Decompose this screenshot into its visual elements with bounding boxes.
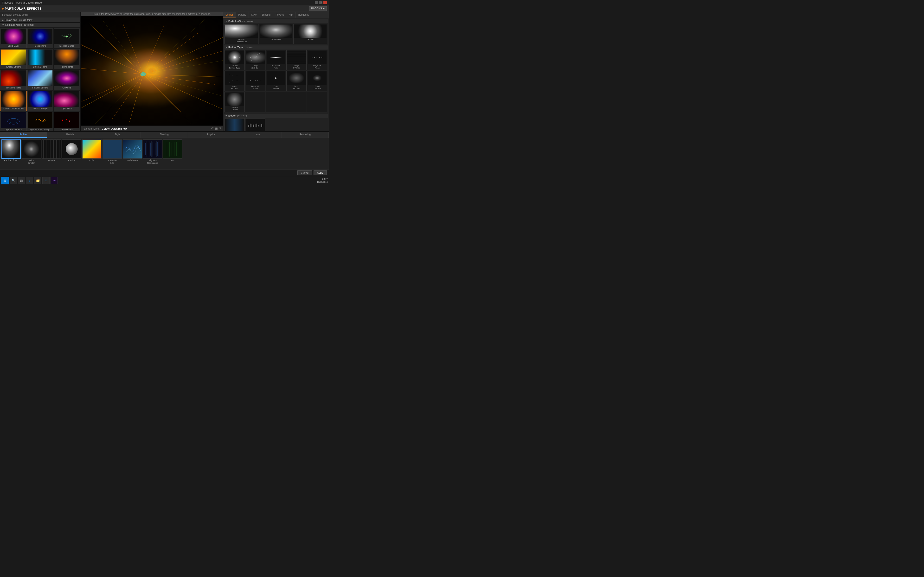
preset-motion-1-thumb <box>225 119 244 131</box>
effect-falling-lights[interactable]: Falling lights <box>54 49 80 69</box>
taskbar-explorer[interactable]: 📁 <box>34 177 41 184</box>
preview-canvas[interactable] <box>81 16 223 126</box>
effect-light-blobs-label: Light Blobs <box>61 107 73 110</box>
bottom-tabs[interactable]: Emitter Particle Style Shading Physics A… <box>0 132 329 138</box>
light-magic-section[interactable]: ▼ Light and Magic (30 items) <box>0 23 80 27</box>
preset-horiz-axis[interactable]: HorizontalAxis <box>266 50 286 70</box>
effect-light-streaks-blue[interactable]: Light Streaks Blue <box>0 111 27 131</box>
bottom-preset-slight-air[interactable]: Slight AirResistance <box>143 139 162 165</box>
bottom-preset-color[interactable]: Color <box>82 139 102 162</box>
bottom-tab-emitter[interactable]: Emitter <box>0 132 47 138</box>
bottom-tab-particle[interactable]: Particle <box>47 132 94 138</box>
preset-motion-2[interactable]: Streaks <box>245 118 265 131</box>
bottom-preset-aux[interactable]: Aux <box>163 139 183 162</box>
particles-sec-header[interactable]: ▼ Particles/Sec (3 items) <box>224 19 328 23</box>
preset-point-emitter[interactable]: PointEmitter <box>266 71 286 91</box>
emitter-type-header[interactable]: ▼ Emitter Type (11 items) <box>224 45 328 50</box>
effect-light-streaks-orange[interactable]: light Streaks Orange <box>27 111 53 131</box>
preset-continuous[interactable]: Continuous <box>259 24 293 44</box>
preset-explode[interactable]: Explode <box>293 24 327 44</box>
effect-electric-orb[interactable]: Electric Orb <box>27 28 53 48</box>
preview-reset-button[interactable]: ↺ <box>211 127 214 130</box>
blocks-button[interactable]: BLOCKS ▶ <box>309 6 327 11</box>
svg-line-29 <box>143 74 191 124</box>
preview-controls[interactable]: ↺ ⊞ ? <box>211 127 221 130</box>
effect-inverse-energy[interactable]: Inverse Energy <box>27 91 53 111</box>
taskbar-clock: 22:37 16/09/2016 <box>317 177 328 184</box>
close-button[interactable]: ✕ <box>323 1 327 4</box>
start-button[interactable]: ⊞ <box>1 177 9 184</box>
preview-screenshot-button[interactable]: ⊞ <box>215 127 218 130</box>
effects-list[interactable]: ▶ Smoke and Fire (33 items) ▼ Light and … <box>0 18 80 131</box>
cancel-button[interactable]: Cancel <box>297 171 312 175</box>
taskbar-search[interactable]: 🔍 <box>10 177 17 184</box>
effect-light-blobs[interactable]: Light Blobs <box>54 91 80 111</box>
right-tab-shading[interactable]: Shading <box>259 12 273 18</box>
bottom-presets[interactable]: Particles / Sec PointEmitter Motion Part… <box>0 138 329 169</box>
effect-energy-stream[interactable]: Energy Stream <box>0 49 27 69</box>
taskbar-edge[interactable]: e <box>26 177 33 184</box>
preset-explode-thumb <box>294 24 326 38</box>
effect-basic-magic[interactable]: Basic Magic <box>0 28 27 48</box>
preset-continuous-label: Continuous <box>270 38 281 41</box>
preset-large-xz-plane[interactable]: Large XZPlane <box>245 71 265 91</box>
minimize-button[interactable]: ─ <box>315 1 318 4</box>
preset-motion-1[interactable]: Default <box>225 118 245 131</box>
right-tab-particle[interactable]: Particle <box>236 12 249 18</box>
bottom-tab-physics[interactable]: Physics <box>188 132 235 138</box>
bottom-preset-motion[interactable]: Motion <box>42 139 61 162</box>
maximize-button[interactable]: □ <box>319 1 322 4</box>
svg-point-71 <box>257 80 258 81</box>
preset-small-xyz-box[interactable]: SmallXYZ Box <box>286 71 307 91</box>
smoke-fire-section[interactable]: ▶ Smoke and Fire (33 items) <box>0 18 80 23</box>
bottom-preset-particles-sec[interactable]: Particles / Sec <box>2 139 21 162</box>
window-controls[interactable]: ─ □ ✕ <box>315 1 327 4</box>
svg-rect-78 <box>250 124 251 127</box>
effect-electron-dance[interactable]: Electron Dance <box>54 28 80 48</box>
preset-large-xy-plane-label: Large XYPlane <box>313 64 321 69</box>
bottom-preset-size-over-life[interactable]: Size OverLife <box>102 139 122 165</box>
effect-floating-streaks[interactable]: Floating Streaks <box>27 70 53 90</box>
taskbar-mail[interactable]: ✉ <box>42 177 50 184</box>
right-tab-emitter[interactable]: Emitter <box>223 12 236 18</box>
preset-sphere-emitter[interactable]: SphereEmitter <box>225 92 245 112</box>
right-tab-aux[interactable]: Aux <box>286 12 296 18</box>
bottom-section: Emitter Particle Style Shading Physics A… <box>0 131 329 169</box>
effect-electron-dance-label: Electron Dance <box>59 44 75 48</box>
bottom-tab-style[interactable]: Style <box>94 132 141 138</box>
emitter-type-arrow-icon: ▼ <box>225 46 228 49</box>
right-tab-style[interactable]: Style <box>249 12 259 18</box>
preset-deep-xyz[interactable]: DeepXYZ Box <box>245 50 265 70</box>
effect-ethereal-plane[interactable]: Ethereal Plane <box>27 49 53 69</box>
right-tab-rendering[interactable]: Rendering <box>296 12 312 18</box>
bottom-preset-particle[interactable]: Particle <box>62 139 81 162</box>
effect-golden-outward[interactable]: Golden Outward Flow <box>0 91 27 111</box>
taskbar-ae[interactable]: Ae <box>50 177 58 184</box>
svg-line-12 <box>143 74 215 85</box>
effect-basic-magic-thumb <box>1 29 26 44</box>
effect-golden-outward-label: Golden Outward Flow <box>3 107 24 110</box>
effect-love-hearts[interactable]: ♥ ♥ ♥ ♥ Love Hearts <box>54 111 80 131</box>
preset-large-xy-plane[interactable]: Large XYPlane <box>307 50 327 70</box>
effect-love-hearts-thumb: ♥ ♥ ♥ ♥ <box>54 112 79 128</box>
preset-et-default[interactable]: DefaultEmitter Type <box>225 50 245 70</box>
preset-small-xyz-box2[interactable]: SmallXYZ Box <box>307 71 327 91</box>
bottom-preset-point-emitter[interactable]: PointEmitter <box>22 139 41 165</box>
effect-flickering[interactable]: Flickering lights <box>0 70 27 90</box>
apply-button[interactable]: Apply <box>313 171 327 175</box>
bottom-tab-aux[interactable]: Aux <box>235 132 282 138</box>
preview-help-button[interactable]: ? <box>219 127 221 130</box>
taskbar-task-view[interactable]: ⊡ <box>18 177 25 184</box>
preview-container: Click in the Preview Area to restart the… <box>81 12 223 131</box>
motion-header[interactable]: ▼ Motion (10 items) <box>224 114 328 118</box>
bottom-tab-shading[interactable]: Shading <box>141 132 188 138</box>
preset-large-xy-grid[interactable]: LargeXY Grid <box>286 50 307 70</box>
preset-large-xyz-box[interactable]: LargeXYZ Box <box>225 71 245 91</box>
right-tab-physics[interactable]: Physics <box>273 12 286 18</box>
preset-default-particles[interactable]: DefaultParticles/Sec <box>225 24 258 44</box>
right-content[interactable]: ▼ Particles/Sec (3 items) DefaultParticl… <box>223 18 329 131</box>
bottom-preset-turbulence[interactable]: Turbulence <box>123 139 142 162</box>
effect-glowfield[interactable]: Glowfield <box>54 70 80 90</box>
right-tabs[interactable]: Emitter Particle Style Shading Physics A… <box>223 12 329 18</box>
bottom-tab-rendering[interactable]: Rendering <box>282 132 329 138</box>
